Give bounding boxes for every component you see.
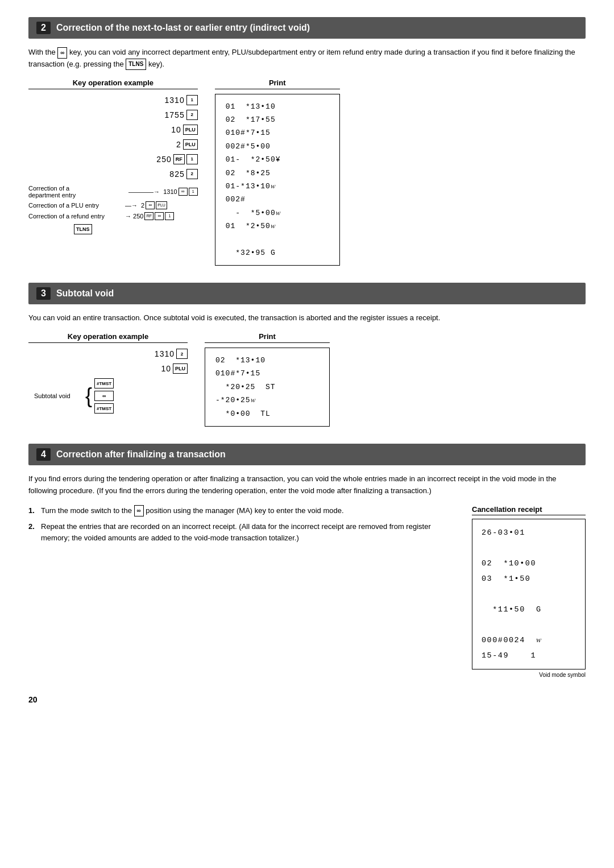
section-2-operation: Key operation example 1310 1 1755 2 10 P… <box>28 78 586 266</box>
val-2: 2 <box>176 140 181 149</box>
section-3: 3 Subtotal void You can void an entire t… <box>28 283 586 427</box>
tlns-key-intro: TLNS <box>126 59 146 70</box>
dept-key-825: 2 <box>186 169 198 179</box>
section-2-key-op-header: Key operation example <box>28 78 198 89</box>
mode-key-s4: ∞ <box>134 505 144 516</box>
plu-key-2: PLU <box>183 139 198 150</box>
cr-line-blank1 <box>482 540 576 556</box>
section-2-intro: With the ∞ key, you can void any incorre… <box>28 47 586 71</box>
print-line-8: 002# <box>226 193 329 206</box>
tlns-key: TLNS <box>74 224 92 234</box>
section-3-intro: You can void an entire transaction. Once… <box>28 312 586 324</box>
key-row-825: 825 2 <box>28 168 198 180</box>
infinity-key-intro: ∞ <box>57 47 67 59</box>
section-4-num: 4 <box>36 448 51 461</box>
section-4-intro: If you find errors during the tendering … <box>28 473 586 497</box>
annot-plu-keys: —→ 2 ∞ PLU <box>125 201 167 209</box>
subtotal-void-label: Subtotal void <box>34 392 85 399</box>
cancel-receipt-label: Cancellation receipt <box>472 505 586 515</box>
annot-refund: Correction of a refund entry → 250 RF ∞ … <box>28 212 198 220</box>
print-line-11 <box>226 233 329 246</box>
cr-line-2: 02 *10•00 <box>482 556 576 571</box>
s3-print-1: 02 *13•10 <box>215 354 319 367</box>
dept-key-d1: 1 <box>189 188 198 196</box>
print-line-6: 02 *8•25 <box>226 167 329 180</box>
section-3-print-area: 02 *13•10 010#*7•15 *20•25 ST -*20•25𝑤 *… <box>205 348 330 427</box>
section-4-header: 4 Correction after finalizing a transact… <box>28 444 586 465</box>
void-mode-label: Void mode symbol <box>472 672 586 678</box>
cr-line-blank3 <box>482 617 576 633</box>
s3-val-10: 10 <box>161 364 171 373</box>
step-1: 1. Turn the mode switch to the ∞ positio… <box>28 505 455 516</box>
print-line-10: 01 *2•50𝑤 <box>226 220 329 233</box>
section-3-print-col: Print 02 *13•10 010#*7•15 *20•25 ST -*20… <box>205 332 330 427</box>
annot-dept: Correction of adepartment entry ————→ 13… <box>28 185 198 199</box>
plu-key-p: PLU <box>156 201 167 209</box>
annot-dept-label: Correction of adepartment entry <box>28 185 125 199</box>
section-4-right: Cancellation receipt 26-03•01 02 *10•00 … <box>472 505 586 678</box>
section-2-header: 2 Correction of the next-to-last or earl… <box>28 17 586 39</box>
annot-refund-keys: → 250 RF ∞ 1 <box>125 212 174 220</box>
section-4: 4 Correction after finalizing a transact… <box>28 444 586 678</box>
print-line-7: 01-*13•10𝑤 <box>226 180 329 193</box>
section-3-num: 3 <box>36 287 51 300</box>
print-line-1: 01 *13•10 <box>226 100 329 113</box>
val-1755: 1755 <box>165 110 185 119</box>
annot-dept-keys: ————→ 1310 ∞ 1 <box>125 188 198 196</box>
section-2-print-area: 01 *13•10 02 *17•55 010#*7•15 002#*5•00 … <box>215 94 340 266</box>
section-2-key-op: Key operation example 1310 1 1755 2 10 P… <box>28 78 198 266</box>
annotations-area: Correction of adepartment entry ————→ 13… <box>28 185 198 235</box>
plu-key-1: PLU <box>183 125 198 135</box>
val-825: 825 <box>169 170 184 179</box>
rf-key-r: RF <box>144 212 154 220</box>
inf-key-sv: ∞ <box>94 391 114 401</box>
cr-line-6: 15-49 1 <box>482 648 576 663</box>
tmst-key-2: #TMST <box>94 403 114 414</box>
section-2-print-col: Print 01 *13•10 02 *17•55 010#*7•15 002#… <box>215 78 340 266</box>
step-2-num: 2. <box>28 521 36 544</box>
s3-key-row-10: 10 PLU <box>28 362 188 375</box>
section-3-header: 3 Subtotal void <box>28 283 586 304</box>
section-3-title: Subtotal void <box>56 288 114 299</box>
page-container: 2 Correction of the next-to-last or earl… <box>28 17 586 704</box>
rf-key-1: RF <box>173 154 185 164</box>
section-3-print-header: Print <box>205 332 330 343</box>
section-3-key-op-header: Key operation example <box>28 332 188 343</box>
key-row-10-plu: 10 PLU <box>28 123 198 136</box>
section-4-layout: 1. Turn the mode switch to the ∞ positio… <box>28 505 586 678</box>
key-row-1755: 1755 2 <box>28 109 198 121</box>
dept-key-r1: 1 <box>165 212 174 220</box>
step-2-text: Repeat the entries that are recorded on … <box>41 521 455 544</box>
s3-print-2: 010#*7•15 <box>215 367 319 380</box>
print-line-12: *32•95 G <box>226 246 329 259</box>
s3-val-1310: 1310 <box>155 349 175 358</box>
annot-plu-label: Correction of a PLU entry <box>28 202 125 209</box>
key-row-2-plu: 2 PLU <box>28 138 198 151</box>
print-line-4: 002#*5•00 <box>226 140 329 153</box>
curly-keys-col: #TMST ∞ #TMST <box>94 378 114 414</box>
s3-print-4: -*20•25𝑤 <box>215 394 319 407</box>
section-2-num: 2 <box>36 22 51 34</box>
section-2-title: Correction of the next-to-last or earlie… <box>56 23 310 33</box>
val-10: 10 <box>171 125 181 134</box>
print-line-5: 01- *2•50¥ <box>226 153 329 166</box>
s3-print-5: *0•00 TL <box>215 407 319 420</box>
tmst-key-1: #TMST <box>94 378 114 388</box>
val-1310-1: 1310 <box>165 96 185 105</box>
cr-line-5: 000#0024 𝑤 <box>482 633 576 648</box>
section-4-left: 1. Turn the mode switch to the ∞ positio… <box>28 505 455 678</box>
cr-line-1: 26-03•01 <box>482 525 576 540</box>
key-row-1310-1: 1310 1 <box>28 94 198 106</box>
dept-key-1: 1 <box>186 95 198 105</box>
val-250: 250 <box>156 155 171 164</box>
s3-key-row-1310: 1310 2 <box>28 348 188 360</box>
steps-list: 1. Turn the mode switch to the ∞ positio… <box>28 505 455 544</box>
page-number: 20 <box>28 695 586 704</box>
key-row-250-rf: 250 RF 1 <box>28 153 198 166</box>
annot-refund-label: Correction of a refund entry <box>28 213 125 220</box>
section-4-title: Correction after finalizing a transactio… <box>56 449 226 460</box>
dept-key-rf1: 1 <box>186 154 198 164</box>
inf-key-p: ∞ <box>146 201 155 209</box>
subtotal-void-section: Subtotal void { #TMST ∞ #TMST <box>34 378 188 414</box>
cr-line-4: *11•50 G <box>482 602 576 617</box>
